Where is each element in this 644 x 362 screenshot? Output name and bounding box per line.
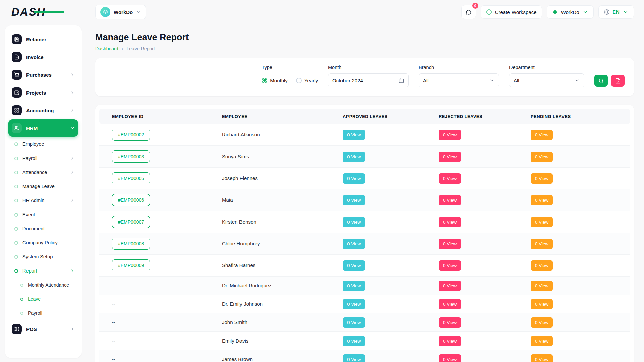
sidebar-item-hrm[interactable]: HRM	[8, 119, 78, 137]
chevron-down-icon	[489, 78, 495, 83]
sidebar-item-company-policy[interactable]: Company Policy	[11, 236, 78, 250]
sidebar-item-payroll[interactable]: Payroll	[17, 306, 78, 320]
approved-view-button[interactable]: 0 View	[343, 336, 365, 346]
approved-view-button[interactable]: 0 View	[343, 299, 365, 309]
sidebar-item-purchases[interactable]: Purchases	[8, 66, 78, 83]
table-row: #EMP00008Chloe Humphrey0 View0 View0 Vie…	[99, 233, 630, 255]
table-row: #EMP00002Richard Atkinson0 View0 View0 V…	[99, 124, 630, 146]
pending-view-button[interactable]: 0 View	[531, 217, 553, 227]
bullet-icon	[20, 298, 23, 301]
create-workspace-button[interactable]: Create Workspace	[481, 5, 542, 19]
sidebar-item-payroll[interactable]: Payroll	[11, 151, 78, 165]
approved-view-button[interactable]: 0 View	[343, 195, 365, 205]
sidebar-item-employee[interactable]: Employee	[11, 137, 78, 151]
apps-dropdown[interactable]: WorkDo	[547, 5, 594, 19]
reset-filter-button[interactable]	[611, 75, 625, 87]
chat-icon	[465, 9, 472, 15]
chevron-right-icon	[70, 198, 75, 203]
sidebar-item-label: Accounting	[26, 108, 54, 113]
table-row: #EMP00005Joseph Fiennes0 View0 View0 Vie…	[99, 168, 630, 189]
sidebar-item-report[interactable]: Report	[11, 264, 78, 278]
sidebar-item-accounting[interactable]: Accounting	[8, 102, 78, 119]
pending-view-button[interactable]: 0 View	[531, 299, 553, 309]
plus-circle-icon	[486, 9, 492, 15]
rejected-view-button[interactable]: 0 View	[439, 281, 461, 291]
employee-id-button[interactable]: #EMP00008	[112, 238, 150, 250]
approved-view-button[interactable]: 0 View	[343, 152, 365, 162]
search-button[interactable]	[594, 75, 608, 87]
radio-yearly[interactable]: Yearly	[296, 78, 318, 83]
sidebar-item-document[interactable]: Document	[11, 222, 78, 236]
breadcrumb-dashboard-link[interactable]: Dashboard	[95, 46, 118, 51]
sidebar-item-attendance[interactable]: Attendance	[11, 165, 78, 179]
apps-dropdown-label: WorkDo	[561, 9, 579, 15]
rejected-view-button[interactable]: 0 View	[439, 354, 461, 362]
sidebar-item-label: Attendance	[22, 170, 47, 175]
file-off-icon	[615, 78, 621, 84]
rejected-view-button[interactable]: 0 View	[439, 317, 461, 328]
sidebar-item-pos[interactable]: POS	[8, 320, 78, 338]
sidebar-item-hr-admin[interactable]: HR Admin	[11, 193, 78, 207]
pending-view-button[interactable]: 0 View	[531, 173, 553, 184]
sidebar-item-invoice[interactable]: Invoice	[8, 48, 78, 66]
sidebar-item-event[interactable]: Event	[11, 207, 78, 222]
branch-select[interactable]: All	[419, 73, 499, 87]
employee-id-empty: --	[112, 338, 115, 344]
pending-view-button[interactable]: 0 View	[531, 239, 553, 249]
employee-name: Dr. Emily Johnson	[222, 301, 263, 307]
approved-view-button[interactable]: 0 View	[343, 354, 365, 362]
bullet-icon	[14, 213, 18, 217]
pending-view-button[interactable]: 0 View	[531, 317, 553, 328]
approved-view-button[interactable]: 0 View	[343, 130, 365, 140]
language-selector[interactable]: EN	[598, 5, 634, 19]
bullet-icon	[14, 227, 18, 231]
rejected-view-button[interactable]: 0 View	[439, 336, 461, 346]
employee-id-button[interactable]: #EMP00009	[112, 259, 150, 272]
pending-view-button[interactable]: 0 View	[531, 354, 553, 362]
sidebar-item-projects[interactable]: Projects	[8, 84, 78, 101]
table-row: --James Brown0 View0 View0 View	[99, 350, 630, 362]
pending-view-button[interactable]: 0 View	[531, 152, 553, 162]
employee-id-button[interactable]: #EMP00006	[112, 194, 150, 206]
pending-view-button[interactable]: 0 View	[531, 336, 553, 346]
radio-yearly-label: Yearly	[304, 78, 318, 83]
messages-button[interactable]: 0	[461, 5, 476, 19]
rejected-view-button[interactable]: 0 View	[439, 173, 461, 184]
approved-view-button[interactable]: 0 View	[343, 217, 365, 227]
month-input[interactable]: October 2024	[328, 73, 409, 87]
leave-report-table: EMPLOYEE ID EMPLOYEE APPROVED LEAVES REJ…	[95, 105, 634, 362]
sidebar-item-label: Projects	[26, 90, 46, 96]
approved-view-button[interactable]: 0 View	[343, 239, 365, 249]
workspace-switcher[interactable]: WorkDo	[95, 5, 146, 19]
sidebar-item-retainer[interactable]: Retainer	[8, 31, 78, 48]
department-select[interactable]: All	[509, 73, 584, 87]
pending-view-button[interactable]: 0 View	[531, 260, 553, 271]
approved-view-button[interactable]: 0 View	[343, 281, 365, 291]
rejected-view-button[interactable]: 0 View	[439, 217, 461, 227]
pending-view-button[interactable]: 0 View	[531, 195, 553, 205]
sidebar-item-monthly-attendance[interactable]: Monthly Attendance	[17, 278, 78, 292]
employee-id-button[interactable]: #EMP00007	[112, 216, 150, 228]
rejected-view-button[interactable]: 0 View	[439, 260, 461, 271]
rejected-view-button[interactable]: 0 View	[439, 195, 461, 205]
sidebar-item-leave[interactable]: Leave	[17, 292, 78, 306]
sidebar-item-label: Retainer	[26, 37, 46, 42]
radio-monthly[interactable]: Monthly	[262, 78, 288, 83]
rejected-view-button[interactable]: 0 View	[439, 152, 461, 162]
chevron-down-icon	[136, 10, 141, 14]
approved-view-button[interactable]: 0 View	[343, 173, 365, 184]
sidebar-item-label: Report	[22, 268, 37, 274]
pending-view-button[interactable]: 0 View	[531, 130, 553, 140]
rejected-view-button[interactable]: 0 View	[439, 239, 461, 249]
pending-view-button[interactable]: 0 View	[531, 281, 553, 291]
employee-id-button[interactable]: #EMP00005	[112, 172, 150, 184]
sidebar-item-system-setup[interactable]: System Setup	[11, 250, 78, 264]
employee-id-empty: --	[112, 356, 115, 362]
approved-view-button[interactable]: 0 View	[343, 317, 365, 328]
employee-id-button[interactable]: #EMP00003	[112, 150, 150, 163]
employee-id-button[interactable]: #EMP00002	[112, 129, 150, 141]
approved-view-button[interactable]: 0 View	[343, 260, 365, 271]
rejected-view-button[interactable]: 0 View	[439, 130, 461, 140]
sidebar-item-manage-leave[interactable]: Manage Leave	[11, 179, 78, 193]
rejected-view-button[interactable]: 0 View	[439, 299, 461, 309]
